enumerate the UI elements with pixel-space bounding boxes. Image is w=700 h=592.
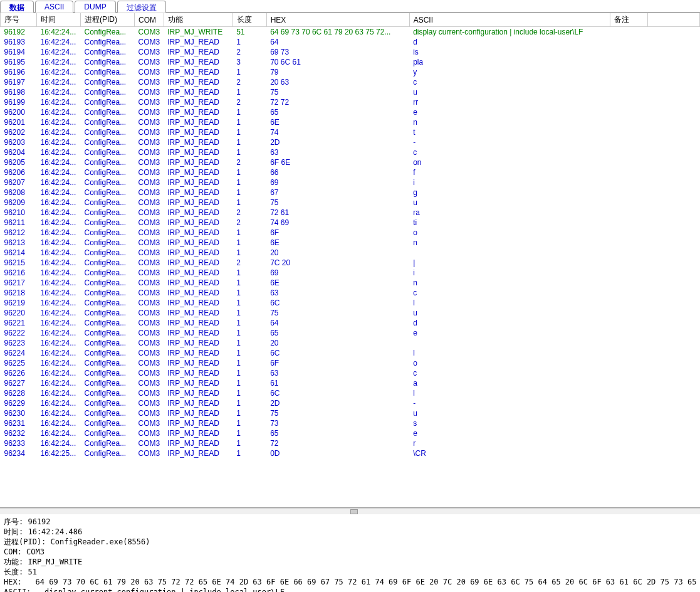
tab-1[interactable]: ASCII <box>35 1 73 13</box>
table-row[interactable]: 9620216:42:24...ConfigRea...COM3IRP_MJ_R… <box>1 127 700 137</box>
scrollbar-thumb[interactable] <box>350 509 358 514</box>
table-row[interactable]: 9622416:42:24...ConfigRea...COM3IRP_MJ_R… <box>1 348 700 358</box>
table-row[interactable]: 9622116:42:24...ConfigRea...COM3IRP_MJ_R… <box>1 318 700 328</box>
tab-3[interactable]: 过滤设置 <box>117 1 166 13</box>
col-time[interactable]: 时间 <box>37 13 81 27</box>
table-row[interactable]: 9619216:42:24...ConfigRea...COM3IRP_MJ_W… <box>1 27 700 38</box>
cell-com: COM3 <box>135 57 164 67</box>
table-row[interactable]: 9622016:42:24...ConfigRea...COM3IRP_MJ_R… <box>1 308 700 318</box>
cell-func: IRP_MJ_READ <box>164 218 232 228</box>
table-row[interactable]: 9621416:42:24...ConfigRea...COM3IRP_MJ_R… <box>1 248 700 258</box>
table-row[interactable]: 9622216:42:24...ConfigRea...COM3IRP_MJ_R… <box>1 328 700 338</box>
table-row[interactable]: 9623216:42:24...ConfigRea...COM3IRP_MJ_R… <box>1 428 700 438</box>
cell-hex: 65 <box>266 107 409 117</box>
cell-seq: 96224 <box>1 348 37 358</box>
table-row[interactable]: 9620916:42:24...ConfigRea...COM3IRP_MJ_R… <box>1 198 700 208</box>
cell-ascii: \CR <box>409 448 610 458</box>
table-row[interactable]: 9622316:42:24...ConfigRea...COM3IRP_MJ_R… <box>1 338 700 348</box>
cell-spacer <box>647 398 699 408</box>
table-row[interactable]: 9623316:42:24...ConfigRea...COM3IRP_MJ_R… <box>1 438 700 448</box>
table-row[interactable]: 9619316:42:24...ConfigRea...COM3IRP_MJ_R… <box>1 37 700 47</box>
table-row[interactable]: 9619716:42:24...ConfigRea...COM3IRP_MJ_R… <box>1 77 700 87</box>
data-table-wrap[interactable]: 序号 时间 进程(PID) COM 功能 长度 HEX ASCII 备注 961… <box>0 13 700 508</box>
table-row[interactable]: 9622516:42:24...ConfigRea...COM3IRP_MJ_R… <box>1 358 700 368</box>
col-remark[interactable]: 备注 <box>610 13 647 27</box>
cell-ascii: u <box>409 87 610 97</box>
cell-com: COM3 <box>135 278 164 288</box>
cell-com: COM3 <box>135 107 164 117</box>
table-row[interactable]: 9623116:42:24...ConfigRea...COM3IRP_MJ_R… <box>1 418 700 428</box>
cell-len: 1 <box>232 338 266 348</box>
cell-com: COM3 <box>135 177 164 188</box>
cell-hex: 66 <box>266 167 409 177</box>
cell-len: 1 <box>232 328 266 338</box>
table-row[interactable]: 9620516:42:24...ConfigRea...COM3IRP_MJ_R… <box>1 157 700 167</box>
table-row[interactable]: 9621916:42:24...ConfigRea...COM3IRP_MJ_R… <box>1 298 700 308</box>
table-row[interactable]: 9621116:42:24...ConfigRea...COM3IRP_MJ_R… <box>1 218 700 228</box>
cell-seq: 96204 <box>1 147 37 157</box>
cell-func: IRP_MJ_READ <box>164 117 232 127</box>
table-row[interactable]: 9622916:42:24...ConfigRea...COM3IRP_MJ_R… <box>1 398 700 408</box>
tab-2[interactable]: DUMP <box>75 1 115 13</box>
table-row[interactable]: 9621816:42:24...ConfigRea...COM3IRP_MJ_R… <box>1 288 700 298</box>
cell-hex: 65 <box>266 428 409 438</box>
table-row[interactable]: 9621216:42:24...ConfigRea...COM3IRP_MJ_R… <box>1 228 700 238</box>
table-row[interactable]: 9621516:42:24...ConfigRea...COM3IRP_MJ_R… <box>1 258 700 268</box>
cell-seq: 96192 <box>1 27 37 38</box>
cell-len: 1 <box>232 268 266 278</box>
table-row[interactable]: 9622616:42:24...ConfigRea...COM3IRP_MJ_R… <box>1 368 700 378</box>
col-seq[interactable]: 序号 <box>1 13 37 27</box>
table-row[interactable]: 9620816:42:24...ConfigRea...COM3IRP_MJ_R… <box>1 188 700 198</box>
cell-func: IRP_MJ_READ <box>164 147 232 157</box>
table-row[interactable]: 9619916:42:24...ConfigRea...COM3IRP_MJ_R… <box>1 97 700 107</box>
col-ascii[interactable]: ASCII <box>409 13 610 27</box>
col-com[interactable]: COM <box>135 13 164 27</box>
table-row[interactable]: 9620616:42:24...ConfigRea...COM3IRP_MJ_R… <box>1 167 700 177</box>
cell-time: 16:42:24... <box>37 127 81 137</box>
table-row[interactable]: 9620116:42:24...ConfigRea...COM3IRP_MJ_R… <box>1 117 700 127</box>
table-row[interactable]: 9619816:42:24...ConfigRea...COM3IRP_MJ_R… <box>1 87 700 97</box>
cell-remark <box>610 248 647 258</box>
cell-spacer <box>647 288 699 298</box>
cell-hex: 2D <box>266 398 409 408</box>
col-len[interactable]: 长度 <box>232 13 266 27</box>
cell-proc: ConfigRea... <box>81 117 135 127</box>
cell-time: 16:42:24... <box>37 358 81 368</box>
horizontal-scrollbar[interactable] <box>0 508 700 514</box>
table-row[interactable]: 9623016:42:24...ConfigRea...COM3IRP_MJ_R… <box>1 408 700 418</box>
table-row[interactable]: 9621616:42:24...ConfigRea...COM3IRP_MJ_R… <box>1 268 700 278</box>
table-row[interactable]: 9619616:42:24...ConfigRea...COM3IRP_MJ_R… <box>1 67 700 77</box>
table-row[interactable]: 9621316:42:24...ConfigRea...COM3IRP_MJ_R… <box>1 238 700 248</box>
table-row[interactable]: 9622716:42:24...ConfigRea...COM3IRP_MJ_R… <box>1 378 700 388</box>
table-row[interactable]: 9621716:42:24...ConfigRea...COM3IRP_MJ_R… <box>1 278 700 288</box>
cell-spacer <box>647 238 699 248</box>
table-row[interactable]: 9619516:42:24...ConfigRea...COM3IRP_MJ_R… <box>1 57 700 67</box>
col-hex[interactable]: HEX <box>266 13 409 27</box>
table-row[interactable]: 9620416:42:24...ConfigRea...COM3IRP_MJ_R… <box>1 147 700 157</box>
tab-0[interactable]: 数据 <box>0 1 34 13</box>
table-row[interactable]: 9620316:42:24...ConfigRea...COM3IRP_MJ_R… <box>1 137 700 147</box>
table-row[interactable]: 9620716:42:24...ConfigRea...COM3IRP_MJ_R… <box>1 177 700 188</box>
table-row[interactable]: 9619416:42:24...ConfigRea...COM3IRP_MJ_R… <box>1 47 700 57</box>
cell-ascii: c <box>409 147 610 157</box>
cell-func: IRP_MJ_READ <box>164 268 232 278</box>
cell-time: 16:42:24... <box>37 77 81 87</box>
cell-ascii: o <box>409 358 610 368</box>
table-row[interactable]: 9622816:42:24...ConfigRea...COM3IRP_MJ_R… <box>1 388 700 398</box>
table-row[interactable]: 9621016:42:24...ConfigRea...COM3IRP_MJ_R… <box>1 208 700 218</box>
cell-proc: ConfigRea... <box>81 238 135 248</box>
table-row[interactable]: 9623416:42:25...ConfigRea...COM3IRP_MJ_R… <box>1 448 700 458</box>
col-proc[interactable]: 进程(PID) <box>81 13 135 27</box>
data-table: 序号 时间 进程(PID) COM 功能 长度 HEX ASCII 备注 961… <box>0 13 700 458</box>
cell-func: IRP_MJ_READ <box>164 348 232 358</box>
table-row[interactable]: 9620016:42:24...ConfigRea...COM3IRP_MJ_R… <box>1 107 700 117</box>
cell-spacer <box>647 167 699 177</box>
col-func[interactable]: 功能 <box>164 13 232 27</box>
cell-spacer <box>647 208 699 218</box>
cell-func: IRP_MJ_READ <box>164 198 232 208</box>
cell-hex: 75 <box>266 198 409 208</box>
cell-len: 1 <box>232 117 266 127</box>
cell-seq: 96223 <box>1 338 37 348</box>
cell-hex: 6F 6E <box>266 157 409 167</box>
cell-com: COM3 <box>135 298 164 308</box>
